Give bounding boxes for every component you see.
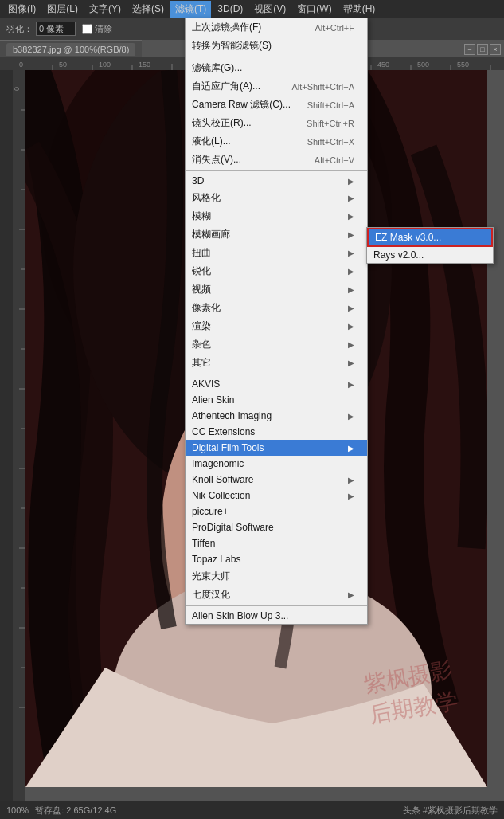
clear-label: 清除: [95, 23, 112, 35]
filter-gallery[interactable]: 滤镜库(G)...: [186, 59, 367, 77]
photoshop-window: 图像(I) 图层(L) 文字(Y) 选择(S) 滤镜(T) 3D(D) 视图(V…: [0, 0, 504, 819]
svg-text:0: 0: [19, 61, 23, 69]
separator-1: [186, 57, 367, 57]
submenu-ezmask[interactable]: EZ Mask v3.0...: [367, 228, 493, 247]
filter-video[interactable]: 视频 ▶: [186, 280, 367, 299]
filter-nik-collection[interactable]: Nik Collection ▶: [186, 488, 367, 504]
dft-submenu[interactable]: EZ Mask v3.0... Rays v2.0...: [366, 227, 494, 264]
filter-render[interactable]: 渲染 ▶: [186, 317, 367, 335]
bottom-bar: 100% 暂存盘: 2.65G/12.4G 头条 #紫枫摄影后期教学: [0, 801, 504, 819]
minimize-button[interactable]: −: [464, 44, 475, 55]
menu-3d[interactable]: 3D(D): [213, 2, 248, 16]
filter-knoll-software[interactable]: Knoll Software ▶: [186, 472, 367, 488]
menu-text[interactable]: 文字(Y): [84, 1, 126, 18]
filter-lightbeam[interactable]: 光束大师: [186, 567, 367, 586]
filter-tiffen[interactable]: Tiffen: [186, 535, 367, 551]
feather-label: 羽化：: [6, 23, 33, 35]
filter-alien-skin-blowup[interactable]: Alien Skin Blow Up 3...: [186, 608, 367, 624]
filter-sharpen[interactable]: 锐化 ▶: [186, 262, 367, 280]
doc-tab: b382327.jpg @ 100%(RGB/8): [0, 40, 142, 57]
filter-lens-correction[interactable]: 镜头校正(R)... Shift+Ctrl+R: [186, 114, 367, 132]
filter-last-operation[interactable]: 上次滤镜操作(F) Alt+Ctrl+F: [186, 18, 367, 37]
menu-bar: 图像(I) 图层(L) 文字(Y) 选择(S) 滤镜(T) 3D(D) 视图(V…: [0, 0, 504, 18]
menu-help[interactable]: 帮助(H): [338, 1, 381, 18]
filter-akvis[interactable]: AKVIS ▶: [186, 376, 367, 392]
filter-topaz[interactable]: Topaz Labs: [186, 551, 367, 567]
filter-convert-smart[interactable]: 转换为智能滤镜(S): [186, 37, 367, 55]
filter-adaptive-wide[interactable]: 自适应广角(A)... Alt+Shift+Ctrl+A: [186, 77, 367, 96]
ruler-corner: [0, 57, 13, 70]
filter-alien-skin[interactable]: Alien Skin: [186, 392, 367, 408]
clear-option: 清除: [82, 23, 112, 35]
feather-input[interactable]: [36, 22, 76, 36]
separator-4: [186, 605, 367, 606]
feather-option: 羽化：: [6, 22, 76, 36]
storage-info: 暂存盘: 2.65G/12.4G: [35, 805, 116, 817]
filter-other[interactable]: 其它 ▶: [186, 354, 367, 372]
filter-pixelate[interactable]: 像素化 ▶: [186, 299, 367, 317]
svg-text:100: 100: [99, 61, 111, 69]
separator-2: [186, 170, 367, 171]
left-toolbar: [0, 70, 13, 801]
svg-text:450: 450: [377, 61, 389, 69]
filter-noise[interactable]: 杂色 ▶: [186, 335, 367, 354]
submenu-rays[interactable]: Rays v2.0...: [367, 247, 493, 263]
filter-piccure[interactable]: piccure+: [186, 504, 367, 519]
filter-qidu[interactable]: 七度汉化 ▶: [186, 586, 367, 604]
filter-blur[interactable]: 模糊 ▶: [186, 207, 367, 225]
filter-3d[interactable]: 3D ▶: [186, 173, 367, 189]
filter-prodigital[interactable]: ProDigital Software: [186, 519, 367, 535]
filter-menu[interactable]: 上次滤镜操作(F) Alt+Ctrl+F 转换为智能滤镜(S) 滤镜库(G)..…: [185, 18, 368, 625]
filter-liquify[interactable]: 液化(L)... Shift+Ctrl+X: [186, 132, 367, 151]
filter-distort[interactable]: 扭曲 ▶: [186, 244, 367, 262]
filter-cc-extensions[interactable]: CC Extensions: [186, 424, 367, 440]
menu-window[interactable]: 窗口(W): [292, 1, 336, 18]
zoom-level: 100%: [6, 805, 29, 815]
filter-athentech[interactable]: Athentech Imaging ▶: [186, 408, 367, 424]
ruler-vertical: 0 50 100 150 250 350 450 550: [13, 70, 25, 801]
svg-text:50: 50: [59, 61, 67, 69]
menu-select[interactable]: 选择(S): [127, 1, 169, 18]
doc-tab-label[interactable]: b382327.jpg @ 100%(RGB/8): [6, 43, 135, 56]
filter-camera-raw[interactable]: Camera Raw 滤镜(C)... Shift+Ctrl+A: [186, 96, 367, 114]
svg-text:150: 150: [139, 61, 150, 69]
channel-info: 头条 #紫枫摄影后期教学: [403, 805, 498, 817]
filter-stylize[interactable]: 风格化 ▶: [186, 189, 367, 207]
menu-view[interactable]: 视图(V): [249, 1, 291, 18]
filter-vanishing-point[interactable]: 消失点(V)... Alt+Ctrl+V: [186, 151, 367, 169]
svg-text:550: 550: [457, 61, 469, 69]
filter-imagenomic[interactable]: Imagenomic: [186, 456, 367, 472]
menu-filter[interactable]: 滤镜(T): [170, 1, 211, 18]
menu-layer[interactable]: 图层(L): [42, 1, 83, 18]
filter-digital-film-tools[interactable]: Digital Film Tools ▶: [186, 440, 367, 456]
svg-text:500: 500: [417, 61, 429, 69]
svg-text:0: 0: [13, 87, 21, 91]
menu-image[interactable]: 图像(I): [3, 1, 41, 18]
doc-controls: − □ ×: [464, 44, 501, 55]
close-button[interactable]: ×: [490, 44, 501, 55]
maximize-button[interactable]: □: [477, 44, 488, 55]
clear-checkbox[interactable]: [82, 24, 92, 34]
filter-blur-gallery[interactable]: 模糊画廊 ▶: [186, 225, 367, 244]
separator-3: [186, 374, 367, 374]
